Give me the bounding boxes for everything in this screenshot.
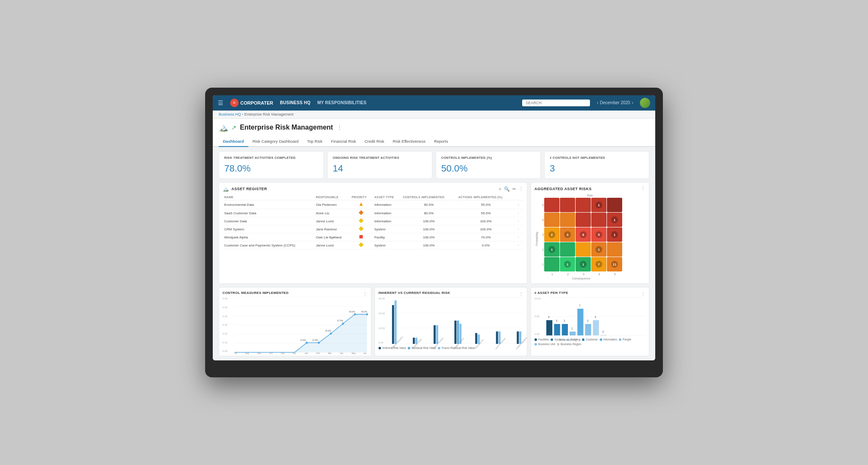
cell-controls: 60.0% [401, 200, 456, 209]
matrix-cell: 5 [591, 227, 606, 242]
svg-text:Mar: Mar [328, 352, 332, 354]
asset-register-logo: 🏔️ [223, 186, 229, 192]
cell-more[interactable]: ⋮ [515, 233, 523, 241]
matrix-cell [544, 257, 559, 271]
tab-risk-effectiveness[interactable]: Risk Effectiveness [388, 136, 429, 147]
svg-rect-62 [546, 320, 552, 335]
matrix-badge: 1 [548, 246, 555, 253]
search-icon[interactable]: 🔍 [504, 186, 510, 192]
svg-point-12 [342, 323, 344, 325]
cell-name: Windpark Alpha [223, 233, 314, 241]
asset-register-actions: + 🔍 ✏ ⋮ [499, 186, 523, 192]
breadcrumb-parent[interactable]: Business HQ [219, 112, 241, 116]
col-asset-type: ASSET TYPE [373, 194, 401, 200]
svg-point-13 [354, 313, 356, 316]
hamburger-icon[interactable]: ☰ [218, 100, 223, 106]
table-row[interactable]: Customer Data Janne Lund Information 100… [223, 217, 523, 225]
stat-card-2: CONTROLS IMPLEMENTED (%) 50.0% [436, 151, 541, 179]
cell-actions: 100.0% [456, 217, 515, 225]
search-input[interactable] [522, 100, 590, 106]
matrix-cell: 1 [576, 257, 591, 271]
inherent-vs-residual-panel: INHERENT VS CURRENT RESIDUAL RISK ⋮ 30.0… [375, 287, 527, 356]
tab-reports[interactable]: Reports [430, 136, 452, 147]
cell-controls: 100.0% [401, 217, 456, 225]
page-more-icon[interactable]: ⋮ [337, 124, 342, 131]
svg-text:0: 0 [602, 330, 604, 333]
cell-controls: 100.0% [401, 233, 456, 241]
matrix-cell [607, 198, 622, 212]
cell-name: Environmental Data [223, 200, 314, 209]
matrix-cell: 1 [607, 227, 622, 242]
cell-priority [350, 209, 373, 217]
matrix-badge: 1 [595, 202, 602, 208]
inherent-vs-residual-title: INHERENT VS CURRENT RESIDUAL RISK [378, 291, 450, 295]
edit-icon[interactable]: ✏ [512, 186, 516, 192]
tab-dashboard[interactable]: Dashboard [219, 136, 248, 147]
svg-rect-64 [554, 324, 560, 335]
nav-prev-icon[interactable]: ‹ [597, 100, 598, 105]
matrix-cell: 1 [560, 257, 575, 271]
matrix-cell: 11 [607, 257, 622, 271]
table-row[interactable]: Customer Case and Payments System (CCPS)… [223, 241, 523, 249]
table-row[interactable]: Environmental Data Ola Pedersen Informat… [223, 200, 523, 209]
matrix-badge: 2 [548, 231, 555, 238]
cell-more[interactable]: ⋮ [515, 209, 523, 217]
svg-rect-76 [601, 335, 606, 335]
stat-card-title-2: CONTROLS IMPLEMENTED (%) [441, 156, 535, 160]
svg-point-10 [318, 342, 320, 344]
cell-asset-type: Information [373, 217, 401, 225]
svg-text:May: May [352, 352, 356, 354]
matrix-badge: 11 [611, 261, 618, 268]
svg-text:4: 4 [595, 316, 596, 319]
table-row[interactable]: SaaS Customer Data Anne Liu Information … [223, 209, 523, 217]
top-navigation: ☰ C CORPORATER BUSINESS HQ MY RESPONSIBI… [213, 95, 655, 111]
matrix-cell: 1 [544, 242, 559, 257]
svg-text:Oct: Oct [269, 352, 273, 354]
table-row[interactable]: Windpark Alpha Owe Lie Bjølland Facility… [223, 233, 523, 241]
cell-name: Customer Case and Payments System (CCPS) [223, 241, 314, 249]
stat-card-3: # CONTROLS NOT IMPLEMENTED 3 [544, 151, 649, 179]
control-measures-more[interactable]: ⋮ [363, 291, 367, 297]
nav-my-responsibilities[interactable]: MY RESPONSIBILITIES [317, 100, 367, 105]
more-icon[interactable]: ⋮ [519, 186, 523, 192]
matrix-cell: 2 [544, 227, 559, 242]
nav-business-hq[interactable]: BUSINESS HQ [280, 100, 310, 105]
cell-more[interactable]: ⋮ [515, 200, 523, 209]
nav-next-icon[interactable]: › [632, 100, 633, 105]
asset-register-title: ASSET REGISTER [231, 187, 496, 191]
svg-text:7: 7 [579, 304, 581, 307]
svg-text:50.0%: 50.0% [361, 310, 367, 313]
cell-responsible: Jane Ramirez [314, 225, 350, 233]
svg-rect-44 [457, 321, 459, 344]
table-row[interactable]: CRM System Jane Ramirez System 100.0% 10… [223, 225, 523, 233]
avatar[interactable] [640, 98, 650, 108]
inherent-vs-residual-more[interactable]: ⋮ [519, 291, 523, 297]
legend-business-unit: Business Unit [534, 343, 555, 346]
svg-text:1: 1 [571, 327, 573, 330]
cell-more[interactable]: ⋮ [515, 225, 523, 233]
cell-asset-type: Information [373, 200, 401, 209]
tab-credit-risk[interactable]: Credit Risk [360, 136, 388, 147]
tab-risk-category[interactable]: Risk Category Dashboard [248, 136, 303, 147]
aggregated-risks-more[interactable]: ⋮ [641, 186, 645, 191]
tab-top-risk[interactable]: Top Risk [303, 136, 326, 147]
tab-financial-risk[interactable]: Financial Risk [327, 136, 360, 147]
nav-date: ‹ December 2020 › [597, 100, 633, 105]
svg-rect-50 [517, 332, 519, 344]
svg-text:Aug: Aug [245, 352, 249, 354]
bottom-row: CONTROL MEASURES IMPLEMENTED ⋮ 0.600.500… [219, 287, 649, 356]
stat-card-title-0: RISK TREATMENT ACTIVITIES COMPLETED [224, 156, 318, 160]
asset-per-type-title: # ASSET PER TYPE [534, 291, 568, 295]
svg-text:Jan: Jan [305, 352, 308, 354]
svg-text:4: 4 [548, 316, 550, 319]
legend-information: Information [600, 338, 618, 341]
asset-per-type-more[interactable]: ⋮ [641, 291, 645, 297]
legend-people: People [619, 338, 631, 341]
svg-text:Apr: Apr [340, 352, 343, 354]
add-icon[interactable]: + [499, 186, 501, 191]
legend-facilities: Facilities [534, 338, 549, 341]
svg-text:50.0%: 50.0% [349, 310, 355, 313]
matrix-cell [560, 242, 575, 257]
cell-more[interactable]: ⋮ [515, 217, 523, 225]
cell-more[interactable]: ⋮ [515, 241, 523, 249]
